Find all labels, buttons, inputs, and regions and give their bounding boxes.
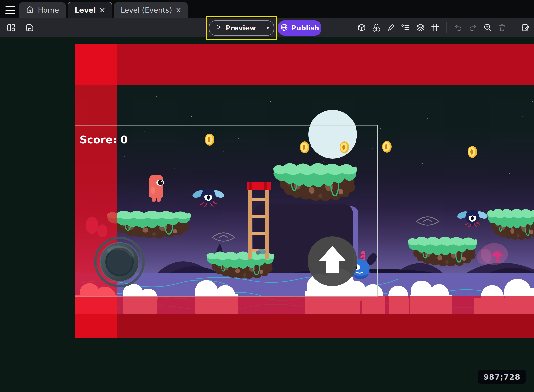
toolbar-divider [446, 22, 447, 33]
trash-icon[interactable] [497, 23, 507, 32]
preview-button[interactable]: Preview [209, 20, 274, 36]
jump-button[interactable] [308, 236, 357, 286]
preview-highlight-box: Preview [206, 16, 277, 40]
objects-cubes-icon[interactable] [372, 23, 381, 32]
preview-dropdown-button[interactable] [262, 21, 274, 35]
pencil-edit-icon[interactable] [386, 23, 396, 32]
level-scene: Score: 0 [75, 44, 534, 338]
tab-label: Level (Events) [121, 6, 172, 14]
zoom-in-icon[interactable] [483, 23, 492, 32]
red-zone-bottom-solid[interactable] [75, 314, 534, 338]
red-zone-top[interactable] [75, 44, 534, 85]
redo-icon[interactable] [468, 23, 478, 32]
scene-canvas[interactable]: Score: 0 987;728 [0, 37, 534, 392]
coin[interactable] [340, 141, 349, 153]
tab-bar: Home Level Level (Events) [0, 0, 534, 18]
virtual-joystick[interactable] [95, 238, 144, 286]
tab-label: Level [75, 6, 96, 14]
red-zone-stripe[interactable] [75, 44, 117, 338]
cursor-coordinates-badge: 987;728 [478, 370, 526, 384]
publish-label: Publish [291, 24, 319, 32]
coin[interactable] [300, 141, 309, 153]
coin[interactable] [468, 146, 477, 158]
globe-icon [280, 23, 288, 33]
instances-list-icon[interactable] [401, 23, 410, 32]
preview-label: Preview [226, 24, 256, 32]
tab-home[interactable]: Home [19, 2, 66, 18]
game-editor-window: Home Level Level (Events) [0, 0, 534, 392]
score-text: Score: 0 [80, 134, 128, 146]
tab-level-events[interactable]: Level (Events) [114, 2, 188, 18]
undo-icon[interactable] [453, 23, 463, 32]
tab-label: Home [38, 6, 59, 14]
toolbar-divider [514, 22, 514, 33]
layers-icon[interactable] [416, 23, 425, 32]
coin[interactable] [382, 141, 392, 153]
chevron-down-icon [266, 26, 270, 30]
grid-icon[interactable] [430, 23, 440, 32]
main-toolbar: Preview Publish [0, 18, 534, 37]
publish-button[interactable]: Publish [278, 20, 321, 36]
layout-panels-icon[interactable] [6, 23, 16, 32]
events-sheet-icon[interactable] [521, 23, 530, 32]
moon[interactable] [308, 110, 357, 159]
red-zone-bottom[interactable] [75, 296, 534, 314]
close-icon[interactable] [100, 7, 105, 13]
close-icon[interactable] [176, 7, 181, 13]
menu-hamburger-icon[interactable] [5, 6, 15, 14]
save-icon[interactable] [25, 23, 34, 32]
coin[interactable] [205, 134, 214, 146]
tab-level[interactable]: Level [68, 2, 112, 18]
home-icon [26, 5, 34, 15]
cube-3d-icon[interactable] [357, 23, 366, 32]
player-character[interactable] [149, 175, 164, 202]
play-icon [215, 24, 222, 32]
